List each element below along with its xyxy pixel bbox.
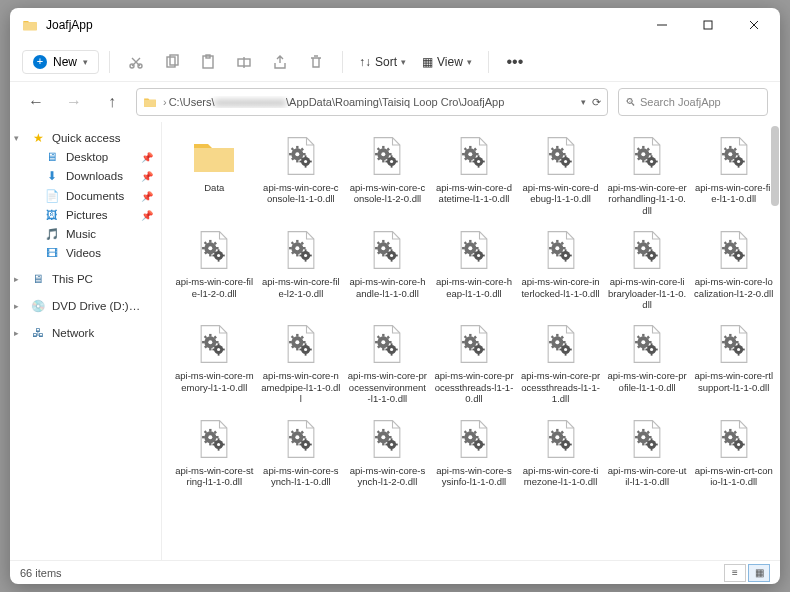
dll-file-icon [450,320,498,368]
file-item[interactable]: api-ms-win-core-namedpipe-l1-1-0.dll [259,316,344,408]
path-text: C:\Users\xxxxxxxxxxxxx\AppData\Roaming\T… [169,96,577,108]
dll-file-icon [363,132,411,180]
file-item[interactable]: api-ms-win-core-file-l2-1-0.dll [259,222,344,314]
search-input[interactable]: 🔍︎ Search JoafjApp [618,88,768,116]
title-bar[interactable]: JoafjApp [10,8,780,42]
window-folder-icon [22,17,38,33]
file-item[interactable]: api-ms-win-core-string-l1-1-0.dll [172,411,257,492]
item-label: api-ms-win-core-memory-l1-1-0.dll [174,370,254,393]
item-label: api-ms-win-core-errorhandling-l1-1-0.dll [607,182,687,216]
more-icon[interactable]: ••• [499,47,531,77]
item-label: api-ms-win-core-debug-l1-1-0.dll [521,182,601,205]
icons-view-toggle[interactable]: ▦ [748,564,770,582]
dll-file-icon [277,415,325,463]
details-view-toggle[interactable]: ≡ [724,564,746,582]
file-item[interactable]: api-ms-win-core-interlocked-l1-1-0.dll [518,222,603,314]
dll-file-icon [537,415,585,463]
close-button[interactable] [732,10,776,40]
address-bar[interactable]: › C:\Users\xxxxxxxxxxxxx\AppData\Roaming… [136,88,608,116]
file-item[interactable]: api-ms-win-core-processthreads-l1-1-0.dl… [432,316,517,408]
chevron-down-icon[interactable]: ▾ [581,97,586,107]
file-item[interactable]: api-ms-win-core-synch-l1-2-0.dll [345,411,430,492]
sidebar-item-videos[interactable]: 🎞Videos [14,244,157,262]
back-button[interactable]: ← [22,88,50,116]
file-item[interactable]: api-ms-win-core-profile-l1-1-0.dll [605,316,690,408]
file-item[interactable]: api-ms-win-core-processenvironment-l1-1-… [345,316,430,408]
file-item[interactable]: api-ms-win-core-console-l1-1-0.dll [259,128,344,220]
pictures-icon: 🖼 [44,209,60,221]
item-count: 66 items [20,567,62,579]
up-button[interactable]: ↑ [98,88,126,116]
search-icon: 🔍︎ [625,96,636,108]
share-icon[interactable] [264,47,296,77]
view-button[interactable]: ▦ View ▾ [416,55,478,69]
dll-file-icon [190,226,238,274]
sidebar-item-network[interactable]: ▸🖧Network [14,324,157,342]
file-item[interactable]: api-ms-win-core-memory-l1-1-0.dll [172,316,257,408]
sidebar-item-dvd[interactable]: ▸💿DVD Drive (D:) CCCC [14,296,157,316]
maximize-button[interactable] [686,10,730,40]
chevron-down-icon: ▾ [83,57,88,67]
delete-icon[interactable] [300,47,332,77]
folder-item[interactable]: Data [172,128,257,220]
sort-button[interactable]: ↑↓ Sort ▾ [353,55,412,69]
file-item[interactable]: api-ms-win-core-console-l1-2-0.dll [345,128,430,220]
cut-icon[interactable] [120,47,152,77]
dll-file-icon [537,320,585,368]
new-button[interactable]: + New ▾ [22,50,99,74]
star-icon: ★ [30,131,46,145]
item-label: api-ms-win-core-processenvironment-l1-1-… [347,370,427,404]
file-item[interactable]: api-ms-win-core-handle-l1-1-0.dll [345,222,430,314]
sidebar-item-downloads[interactable]: ⬇Downloads📌 [14,166,157,186]
file-list[interactable]: Dataapi-ms-win-core-console-l1-1-0.dllap… [162,122,780,560]
item-label: api-ms-win-core-file-l2-1-0.dll [261,276,341,299]
dll-file-icon [623,226,671,274]
desktop-icon: 🖥 [44,151,60,163]
file-item[interactable]: api-ms-win-core-debug-l1-1-0.dll [518,128,603,220]
sidebar-item-music[interactable]: 🎵Music [14,224,157,244]
scrollbar[interactable] [771,126,779,206]
file-item[interactable]: api-ms-win-core-sysinfo-l1-1-0.dll [432,411,517,492]
paste-icon[interactable] [192,47,224,77]
file-item[interactable]: api-ms-win-core-synch-l1-1-0.dll [259,411,344,492]
forward-button[interactable]: → [60,88,88,116]
file-item[interactable]: api-ms-win-core-util-l1-1-0.dll [605,411,690,492]
file-item[interactable]: api-ms-win-core-rtlsupport-l1-1-0.dll [691,316,776,408]
sidebar-item-desktop[interactable]: 🖥Desktop📌 [14,148,157,166]
rename-icon[interactable] [228,47,260,77]
sidebar-item-pictures[interactable]: 🖼Pictures📌 [14,206,157,224]
dll-file-icon [450,415,498,463]
copy-icon[interactable] [156,47,188,77]
sidebar-item-quick-access[interactable]: ▾★Quick access [14,128,157,148]
file-item[interactable]: api-ms-win-crt-conio-l1-1-0.dll [691,411,776,492]
file-item[interactable]: api-ms-win-core-datetime-l1-1-0.dll [432,128,517,220]
plus-icon: + [33,55,47,69]
file-item[interactable]: api-ms-win-core-libraryloader-l1-1-0.dll [605,222,690,314]
file-item[interactable]: api-ms-win-core-heap-l1-1-0.dll [432,222,517,314]
svg-rect-16 [704,21,712,29]
file-item[interactable]: api-ms-win-core-timezone-l1-1-0.dll [518,411,603,492]
sidebar-item-documents[interactable]: 📄Documents📌 [14,186,157,206]
dll-file-icon [623,415,671,463]
downloads-icon: ⬇ [44,169,60,183]
sidebar-item-this-pc[interactable]: ▸🖥This PC [14,270,157,288]
dll-file-icon [277,226,325,274]
pin-icon: 📌 [141,171,153,182]
file-item[interactable]: api-ms-win-core-errorhandling-l1-1-0.dll [605,128,690,220]
minimize-button[interactable] [640,10,684,40]
file-item[interactable]: api-ms-win-core-processthreads-l1-1-1.dl… [518,316,603,408]
item-label: api-ms-win-core-profile-l1-1-0.dll [607,370,687,393]
item-label: api-ms-win-core-localization-l1-2-0.dll [694,276,774,299]
file-item[interactable]: api-ms-win-core-localization-l1-2-0.dll [691,222,776,314]
file-item[interactable]: api-ms-win-core-file-l1-1-0.dll [691,128,776,220]
file-item[interactable]: api-ms-win-core-file-l1-2-0.dll [172,222,257,314]
item-label: api-ms-win-crt-conio-l1-1-0.dll [694,465,774,488]
item-label: api-ms-win-core-timezone-l1-1-0.dll [521,465,601,488]
item-label: api-ms-win-core-libraryloader-l1-1-0.dll [607,276,687,310]
sort-icon: ↑↓ [359,55,371,69]
dll-file-icon [623,132,671,180]
folder-icon [190,132,238,180]
dll-file-icon [363,415,411,463]
address-bar-row: ← → ↑ › C:\Users\xxxxxxxxxxxxx\AppData\R… [10,82,780,122]
refresh-icon[interactable]: ⟳ [592,96,601,109]
